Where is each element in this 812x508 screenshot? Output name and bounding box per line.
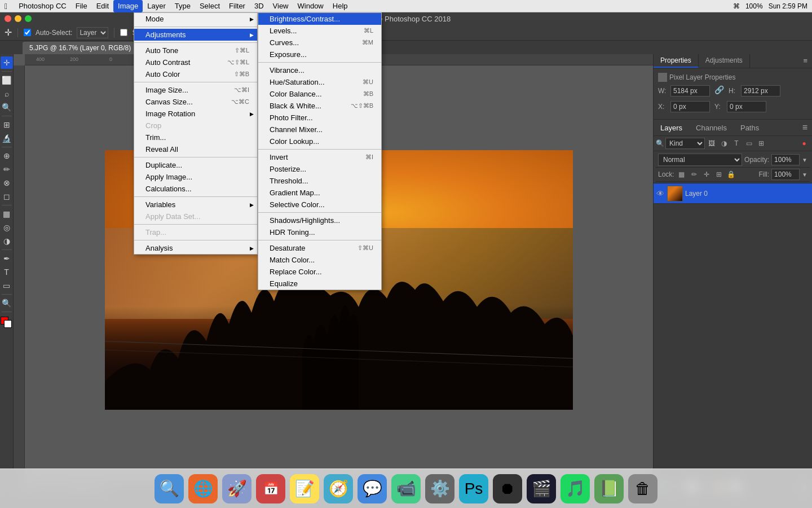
- menu-color-lookup[interactable]: Color Lookup...: [258, 135, 381, 147]
- menu-adjustments[interactable]: Adjustments: [134, 29, 257, 41]
- menubar-file[interactable]: File: [71, 0, 92, 12]
- menubar-help[interactable]: Help: [328, 0, 352, 12]
- maximize-button[interactable]: [25, 15, 32, 22]
- menu-black-white[interactable]: Black & White...⌥⇧⌘B: [258, 100, 381, 112]
- dock-chrome[interactable]: 🌐: [188, 474, 218, 503]
- move-tool[interactable]: ✛: [1, 56, 13, 69]
- menu-levels[interactable]: Levels...⌘L: [258, 25, 381, 37]
- layers-kind-select[interactable]: Kind Name Effect: [665, 138, 705, 149]
- smart-filter-btn[interactable]: ⊞: [756, 138, 767, 149]
- menu-hue-saturation[interactable]: Hue/Saturation...⌘U: [258, 76, 381, 88]
- dock-messages[interactable]: 💬: [358, 474, 387, 503]
- properties-panel-menu[interactable]: ≡: [798, 54, 812, 68]
- lasso-tool[interactable]: ⌕: [1, 87, 13, 100]
- lock-position-btn[interactable]: ✛: [701, 169, 712, 179]
- fill-dropdown-arrow[interactable]: ▼: [802, 172, 807, 178]
- menu-curves[interactable]: Curves...⌘M: [258, 37, 381, 49]
- dock-preferences[interactable]: ⚙️: [425, 474, 454, 503]
- menu-desaturate[interactable]: Desaturate⇧⌘U: [258, 242, 381, 254]
- menu-vibrance[interactable]: Vibrance...: [258, 64, 381, 76]
- zoom-tool[interactable]: 🔍: [1, 297, 13, 309]
- menu-image-rotation[interactable]: Image Rotation: [134, 108, 257, 120]
- menu-canvas-size[interactable]: Canvas Size...⌥⌘C: [134, 96, 257, 108]
- layer-item-0[interactable]: 👁 Layer 0: [654, 183, 812, 204]
- dock-spotify[interactable]: 🎵: [561, 474, 590, 503]
- type-filter-btn[interactable]: T: [731, 138, 742, 149]
- dock-safari[interactable]: 🧭: [324, 474, 353, 503]
- menubar-3d[interactable]: 3D: [250, 0, 268, 12]
- show-transform-checkbox[interactable]: [120, 29, 127, 36]
- menu-analysis[interactable]: Analysis: [134, 242, 257, 254]
- shape-filter-btn[interactable]: ▭: [743, 138, 754, 149]
- menu-brightness-contrast[interactable]: Brightness/Contrast...: [258, 13, 381, 25]
- tab-properties[interactable]: Properties: [654, 54, 699, 68]
- blur-tool[interactable]: ◎: [1, 221, 13, 234]
- paths-tab[interactable]: Paths: [734, 121, 766, 135]
- layer-visibility-0[interactable]: 👁: [656, 189, 665, 198]
- menubar-select[interactable]: Select: [195, 0, 224, 12]
- menu-channel-mixer[interactable]: Channel Mixer...: [258, 124, 381, 135]
- menu-photo-filter[interactable]: Photo Filter...: [258, 112, 381, 124]
- menubar-image[interactable]: Image: [113, 0, 143, 12]
- menubar-filter[interactable]: Filter: [224, 0, 250, 12]
- type-tool[interactable]: T: [1, 266, 13, 278]
- dock-calendar[interactable]: 📅: [256, 474, 285, 503]
- eyedropper-tool[interactable]: 🔬: [1, 132, 13, 144]
- close-button[interactable]: [5, 15, 11, 22]
- blend-mode-select[interactable]: Normal Dissolve Multiply Screen: [658, 154, 742, 166]
- menubar-window[interactable]: Window: [293, 0, 328, 12]
- opacity-dropdown-arrow[interactable]: ▼: [802, 157, 807, 163]
- menu-mode[interactable]: Mode: [134, 13, 257, 25]
- menu-auto-tone[interactable]: Auto Tone⇧⌘L: [134, 45, 257, 56]
- menu-shadows-highlights[interactable]: Shadows/Highlights...: [258, 214, 381, 226]
- menu-image-size[interactable]: Image Size...⌥⌘I: [134, 84, 257, 96]
- menu-reveal-all[interactable]: Reveal All: [134, 143, 257, 155]
- dock-launchpad[interactable]: 🚀: [222, 474, 251, 503]
- menubar-edit[interactable]: Edit: [92, 0, 113, 12]
- dodge-tool[interactable]: ◑: [1, 235, 13, 247]
- channels-tab[interactable]: Channels: [689, 121, 734, 135]
- opacity-input[interactable]: [771, 154, 800, 165]
- shape-tool[interactable]: ▭: [1, 279, 13, 292]
- auto-select-checkbox[interactable]: [24, 29, 31, 36]
- minimize-button[interactable]: [15, 15, 21, 22]
- spot-heal-tool[interactable]: ⊕: [1, 150, 13, 162]
- menu-color-balance[interactable]: Color Balance...⌘B: [258, 88, 381, 100]
- menu-auto-contrast[interactable]: Auto Contrast⌥⇧⌘L: [134, 56, 257, 68]
- clone-stamp-tool[interactable]: ⊗: [1, 177, 13, 189]
- menubar-view[interactable]: View: [268, 0, 293, 12]
- h-input[interactable]: [741, 85, 780, 97]
- eraser-tool[interactable]: ◻: [1, 190, 13, 203]
- y-input[interactable]: [727, 101, 766, 112]
- lock-transparent-btn[interactable]: ▦: [677, 169, 687, 179]
- menu-posterize[interactable]: Posterize...: [258, 163, 381, 175]
- brush-tool[interactable]: ✏: [1, 163, 13, 176]
- lock-paint-btn[interactable]: ✏: [689, 169, 699, 179]
- dock-evernote[interactable]: 📗: [594, 474, 624, 503]
- menu-apply-image[interactable]: Apply Image...: [134, 171, 257, 183]
- color-swatches[interactable]: [1, 317, 13, 329]
- menu-invert[interactable]: Invert⌘I: [258, 151, 381, 163]
- menu-equalize[interactable]: Equalize: [258, 278, 381, 290]
- menu-match-color[interactable]: Match Color...: [258, 254, 381, 266]
- crop-tool[interactable]: ⊞: [1, 119, 13, 131]
- menu-threshold[interactable]: Threshold...: [258, 175, 381, 187]
- w-input[interactable]: [670, 85, 710, 97]
- menu-hdr-toning[interactable]: HDR Toning...: [258, 226, 381, 238]
- adjustment-filter-btn[interactable]: ◑: [718, 138, 730, 149]
- menu-replace-color[interactable]: Replace Color...: [258, 266, 381, 278]
- menu-exposure[interactable]: Exposure...: [258, 49, 381, 60]
- layers-panel-menu[interactable]: ≡: [798, 120, 812, 135]
- menubar-type[interactable]: Type: [170, 0, 195, 12]
- auto-select-dropdown[interactable]: Layer Group: [77, 27, 108, 38]
- lock-all-btn[interactable]: 🔒: [726, 169, 736, 179]
- menu-auto-color[interactable]: Auto Color⇧⌘B: [134, 68, 257, 80]
- x-input[interactable]: [670, 101, 710, 112]
- menubar-photoshop[interactable]: Photoshop CC: [14, 0, 71, 12]
- menu-duplicate[interactable]: Duplicate...: [134, 159, 257, 171]
- dock-notes[interactable]: 📝: [290, 474, 319, 503]
- document-tab-0[interactable]: 5.JPG @ 16.7% (Layer 0, RGB/8) ✕: [23, 42, 147, 54]
- dock-ps[interactable]: Ps: [459, 474, 488, 503]
- dock-finder[interactable]: 🔍: [155, 474, 184, 503]
- dock-trash[interactable]: 🗑: [628, 474, 657, 503]
